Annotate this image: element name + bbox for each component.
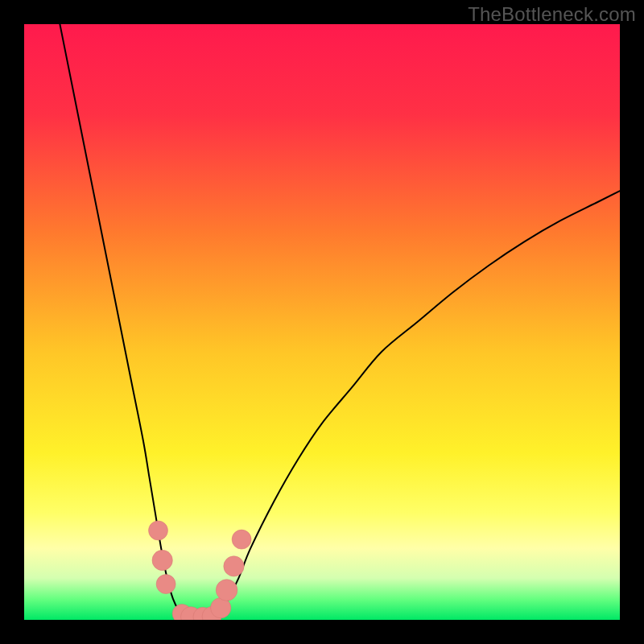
watermark-text: TheBottleneck.com [468,3,636,26]
gradient-background [24,24,620,620]
data-marker [232,530,251,549]
data-marker [149,521,168,540]
data-marker [152,550,172,570]
chart-svg [24,24,620,620]
data-marker [156,575,175,594]
data-marker [224,556,244,576]
data-marker [216,580,237,601]
plot-area [24,24,620,620]
chart-frame: TheBottleneck.com [0,0,644,644]
